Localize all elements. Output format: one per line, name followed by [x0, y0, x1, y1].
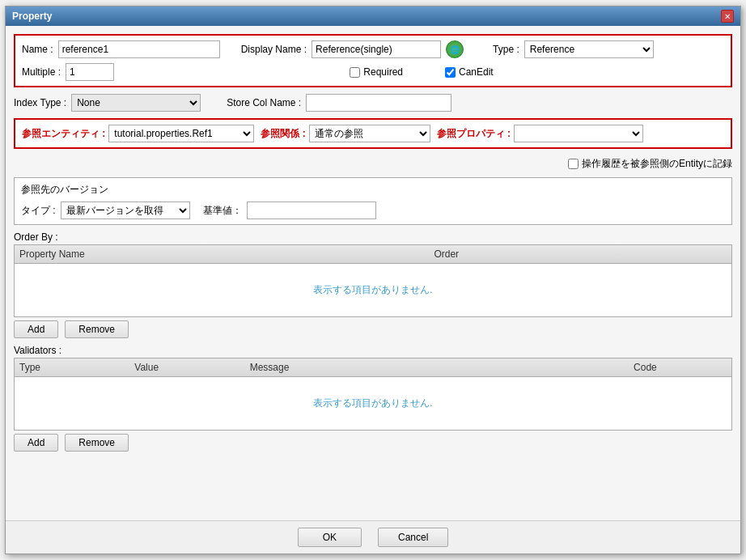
validators-btn-row: Add Remove: [14, 434, 732, 452]
order-by-header: Property Name Order: [15, 245, 731, 264]
ref-prop-select[interactable]: [514, 125, 643, 142]
index-store-row: Index Type : None Store Col Name :: [14, 94, 732, 112]
version-type-label: タイプ :: [21, 204, 56, 218]
kijunchi-input[interactable]: [247, 202, 376, 219]
ref-rel-label: 参照関係 :: [261, 127, 305, 141]
can-edit-checkbox[interactable]: [445, 67, 456, 78]
multiple-input[interactable]: [66, 63, 114, 81]
order-by-col-order: Order: [434, 248, 710, 260]
record-history-row: 操作履歴を被参照側のEntityに記録: [14, 157, 732, 171]
type-label: Type :: [493, 44, 519, 55]
dialog-titlebar: Property ✕: [6, 6, 740, 26]
display-name-input[interactable]: [312, 40, 441, 58]
type-select[interactable]: Reference: [524, 40, 654, 58]
order-by-section: Order By : Property Name Order 表示する項目があり…: [14, 231, 732, 338]
validators-add-button[interactable]: Add: [14, 434, 58, 452]
validators-col-message: Message: [250, 362, 634, 373]
record-history-label: 操作履歴を被参照側のEntityに記録: [582, 157, 732, 171]
order-by-add-button[interactable]: Add: [14, 320, 58, 338]
required-checkbox[interactable]: [350, 67, 360, 78]
property-dialog: Property ✕ Name : Display Name : 🌐 Type …: [5, 6, 741, 554]
validators-col-action: [710, 362, 727, 373]
can-edit-label: CanEdit: [459, 66, 494, 78]
validators-col-type: Type: [19, 362, 134, 373]
globe-button[interactable]: 🌐: [446, 40, 464, 58]
multiple-label: Multiple :: [22, 66, 61, 78]
index-type-select[interactable]: None: [71, 94, 201, 112]
validators-col-code: Code: [634, 362, 710, 373]
version-row: タイプ : 最新バージョンを取得 基準値：: [21, 202, 725, 219]
multiple-required-row: Multiple : Required CanEdit: [22, 63, 724, 81]
order-by-col-action: [710, 248, 727, 260]
validators-table: Type Value Message Code 表示する項目がありません.: [14, 358, 732, 431]
name-type-section: Name : Display Name : 🌐 Type : Reference…: [14, 34, 732, 87]
validators-label: Validators :: [14, 345, 732, 356]
order-by-label: Order By :: [14, 231, 732, 243]
version-group-title: 参照先のバージョン: [21, 183, 725, 197]
dialog-body: Name : Display Name : 🌐 Type : Reference…: [6, 26, 740, 520]
ok-button[interactable]: OK: [298, 528, 362, 547]
validators-header: Type Value Message Code: [15, 358, 731, 377]
record-history-checkbox[interactable]: [568, 159, 579, 169]
can-edit-checkbox-row: CanEdit: [445, 66, 494, 78]
validators-body: 表示する項目がありません.: [15, 377, 731, 430]
version-type-select[interactable]: 最新バージョンを取得: [61, 202, 190, 219]
order-by-body: 表示する項目がありません.: [15, 264, 731, 316]
dialog-footer: OK Cancel: [6, 520, 740, 554]
ref-rel-select[interactable]: 通常の参照: [309, 125, 430, 142]
order-by-empty-msg: 表示する項目がありません.: [313, 283, 432, 297]
dialog-title: Property: [12, 11, 52, 22]
kijunchi-label: 基準値：: [203, 204, 242, 218]
ref-section: 参照エンティティ : tutorial.properties.Ref1 参照関係…: [14, 118, 732, 149]
ref-prop-label: 参照プロパティ :: [437, 127, 511, 141]
ref-entity-select[interactable]: tutorial.properties.Ref1: [108, 125, 254, 142]
order-by-btn-row: Add Remove: [14, 320, 732, 338]
name-display-type-row: Name : Display Name : 🌐 Type : Reference: [22, 40, 724, 58]
order-by-table: Property Name Order 表示する項目がありません.: [14, 244, 732, 317]
name-label: Name :: [22, 44, 53, 55]
validators-empty-msg: 表示する項目がありません.: [313, 397, 432, 410]
validators-section: Validators : Type Value Message Code 表示す…: [14, 345, 732, 452]
validators-col-value: Value: [134, 362, 249, 373]
name-input[interactable]: [58, 40, 220, 58]
display-name-label: Display Name :: [241, 44, 307, 55]
dialog-close-button[interactable]: ✕: [721, 10, 734, 23]
store-col-name-label: Store Col Name :: [227, 97, 301, 108]
version-group: 参照先のバージョン タイプ : 最新バージョンを取得 基準値：: [14, 177, 732, 225]
ref-entity-label: 参照エンティティ :: [22, 127, 105, 141]
store-col-name-input[interactable]: [306, 94, 451, 112]
validators-remove-button[interactable]: Remove: [65, 434, 129, 452]
order-by-remove-button[interactable]: Remove: [65, 320, 129, 338]
required-label: Required: [363, 66, 403, 78]
required-checkbox-row: Required: [350, 66, 403, 78]
cancel-button[interactable]: Cancel: [378, 528, 448, 547]
order-by-col-property: Property Name: [19, 248, 434, 260]
index-type-label: Index Type :: [14, 97, 66, 108]
